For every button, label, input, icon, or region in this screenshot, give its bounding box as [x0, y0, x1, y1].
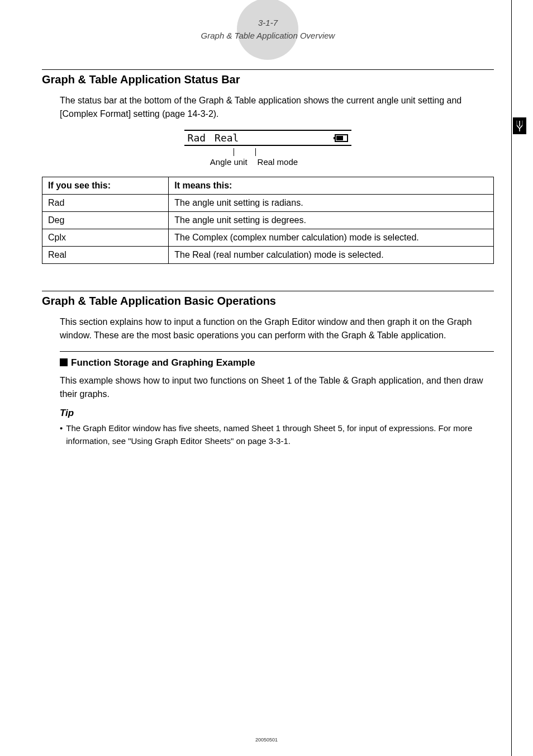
- table-cell: The Real (real number calculation) mode …: [169, 247, 494, 264]
- table-cell: Cplx: [42, 229, 169, 247]
- section-rule: [42, 69, 494, 70]
- section2-intro: This section explains how to input a fun…: [60, 315, 494, 342]
- section1-heading: Graph & Table Application Status Bar: [42, 73, 494, 86]
- bullet-icon: •: [60, 422, 63, 447]
- table-cell: The angle unit setting is radians.: [169, 195, 494, 212]
- section-rule: [42, 291, 494, 291]
- page-header: 3-1-7 Graph & Table Application Overview: [42, 17, 494, 41]
- page-number: 3-1-7: [201, 17, 335, 29]
- table-row: Cplx The Complex (complex number calcula…: [42, 229, 494, 247]
- square-bullet-icon: [60, 358, 68, 366]
- table-cell: The angle unit setting is degrees.: [169, 212, 494, 229]
- subsection-intro: This example shows how to input two func…: [60, 374, 494, 401]
- tip-text: The Graph Editor window has five sheets,…: [66, 422, 494, 447]
- page-content: 3-1-7 Graph & Table Application Overview…: [0, 0, 533, 756]
- section1-intro: The status bar at the bottom of the Grap…: [60, 94, 494, 121]
- table-cell: Deg: [42, 212, 169, 229]
- callout-real-mode: Real mode: [258, 157, 298, 167]
- callout-angle-unit: Angle unit: [210, 157, 248, 167]
- table-cell: Real: [42, 247, 169, 264]
- subsection-heading-text: Function Storage and Graphing Example: [71, 357, 255, 368]
- side-tab-icon: [513, 117, 526, 134]
- statusbar-angle: Rad: [188, 132, 206, 144]
- tip-body: • The Graph Editor window has five sheet…: [60, 422, 494, 447]
- right-margin-rule: [511, 0, 512, 756]
- status-meaning-table: If you see this: It means this: Rad The …: [42, 177, 494, 264]
- subsection-heading: Function Storage and Graphing Example: [60, 357, 494, 368]
- table-row: Deg The angle unit setting is degrees.: [42, 212, 494, 229]
- table-cell: The Complex (complex number calculation)…: [169, 229, 494, 247]
- statusbar-mode: Real: [215, 132, 239, 144]
- table-row: Rad The angle unit setting is radians.: [42, 195, 494, 212]
- subsection-rule: [60, 351, 494, 352]
- table-header-col1: If you see this:: [42, 177, 169, 195]
- footer-code: 20050501: [0, 737, 533, 743]
- page-header-title: Graph & Table Application Overview: [201, 31, 335, 40]
- table-row: Real The Real (real number calculation) …: [42, 247, 494, 264]
- battery-icon: [335, 134, 348, 142]
- tip-label: Tip: [60, 408, 494, 419]
- table-cell: Rad: [42, 195, 169, 212]
- section2-heading: Graph & Table Application Basic Operatio…: [42, 295, 494, 308]
- table-header-col2: It means this:: [169, 177, 494, 195]
- statusbar-illustration: Rad Real: [42, 130, 494, 146]
- statusbar-callouts: Angle unit Real mode: [42, 148, 494, 167]
